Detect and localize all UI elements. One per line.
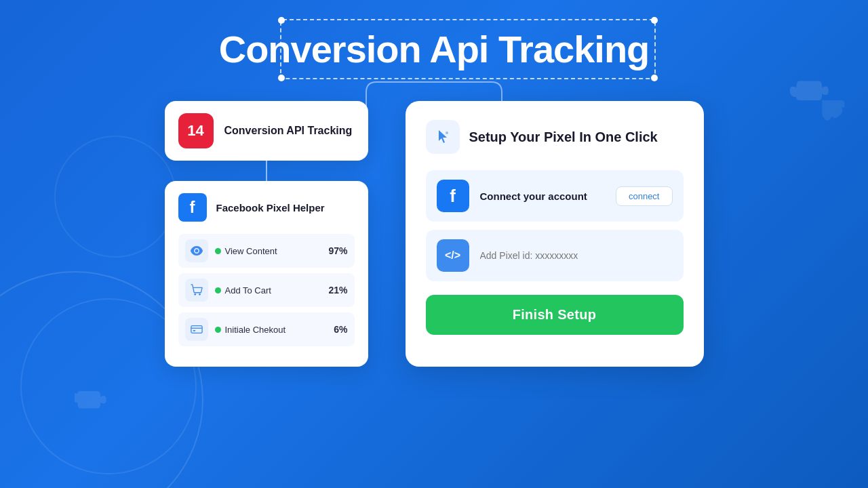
view-content-icon-wrap — [185, 239, 208, 262]
svg-point-0 — [195, 249, 198, 253]
view-content-label: View Content — [215, 246, 322, 256]
title-section: Conversion Api Tracking — [0, 0, 868, 71]
green-dot-view — [215, 248, 221, 254]
left-column: 14 Conversion API Tracking f Facebook Pi… — [165, 101, 368, 367]
connector-line-top — [266, 161, 267, 181]
fb-card-header: f Facebook Pixel Helper — [178, 193, 355, 222]
svg-point-5 — [446, 131, 448, 134]
right-panel: Setup Your Pixel In One Click f Connect … — [406, 101, 704, 367]
view-content-pct: 97% — [328, 245, 347, 256]
cursor-icon-wrap — [426, 120, 460, 154]
connect-section: f Connect your account connect — [426, 170, 684, 222]
connect-button[interactable]: connect — [616, 186, 673, 206]
cart-icon — [191, 284, 203, 296]
add-to-cart-icon-wrap — [185, 279, 208, 302]
panel-title: Setup Your Pixel In One Click — [469, 129, 658, 145]
svg-rect-4 — [193, 330, 195, 331]
app-badge: 14 — [178, 113, 214, 148]
green-dot-checkout — [215, 327, 221, 333]
finish-setup-button[interactable]: Finish Setup — [426, 295, 684, 335]
pixel-section: </> — [426, 230, 684, 281]
facebook-icon: f — [178, 193, 207, 222]
page-title: Conversion Api Tracking — [219, 27, 650, 71]
app-card: 14 Conversion API Tracking — [165, 101, 368, 161]
metric-row-view-content: View Content 97% — [178, 234, 355, 268]
app-name: Conversion API Tracking — [224, 125, 353, 137]
code-icon: </> — [445, 249, 460, 262]
fb-card-title: Facebook Pixel Helper — [216, 202, 325, 214]
checkout-icon-wrap — [185, 318, 208, 341]
svg-rect-3 — [191, 326, 201, 333]
add-to-cart-pct: 21% — [328, 285, 347, 296]
cursor-icon — [433, 127, 452, 146]
connect-label: Connect your account — [480, 190, 605, 202]
fb-connect-icon: f — [437, 180, 469, 212]
green-dot-cart — [215, 287, 221, 293]
metric-row-checkout: Initiale Chekout 6% — [178, 312, 355, 346]
metric-row-add-to-cart: Add To Cart 21% — [178, 273, 355, 307]
checkout-label: Initiale Chekout — [215, 325, 328, 335]
svg-point-2 — [199, 293, 201, 296]
pixel-id-input[interactable] — [480, 250, 673, 261]
checkout-pct: 6% — [334, 324, 347, 335]
add-to-cart-label: Add To Cart — [215, 285, 322, 296]
card-icon — [191, 325, 203, 334]
eye-icon — [191, 246, 203, 256]
svg-point-1 — [194, 293, 196, 296]
fb-pixel-helper-card: f Facebook Pixel Helper View Content 97% — [165, 181, 368, 367]
panel-header: Setup Your Pixel In One Click — [426, 120, 684, 154]
code-icon-wrap: </> — [437, 239, 469, 272]
